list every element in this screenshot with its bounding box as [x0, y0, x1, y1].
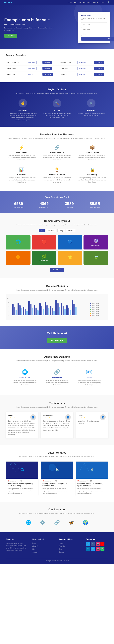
testimonial-author: Jignez — [8, 414, 15, 416]
social-icon[interactable]: in — [86, 547, 90, 551]
make-offer-button[interactable]: Make Offer — [77, 67, 88, 70]
buy-button[interactable]: View More — [42, 73, 53, 76]
testimonials-section: Testimonials Lorem ipsum dolor sit amet … — [0, 395, 114, 445]
buy-button[interactable]: Buy Now — [94, 67, 104, 70]
chart-bar — [41, 306, 42, 316]
sponsors-row: 🌐⚙️🔗🦋🌍 — [6, 518, 108, 527]
domain-card: 🌐 example.com Experienced consectetur lo… — [11, 366, 39, 389]
chart-bar — [72, 300, 73, 316]
make-offer-button[interactable]: Make Offer — [26, 61, 37, 64]
list-item: About Us — [59, 545, 82, 547]
domain-name: bestdomain.com — [6, 60, 25, 66]
make-offer-button[interactable]: Make Offer — [26, 67, 37, 70]
search-icon[interactable]: 🔍 — [107, 1, 110, 4]
social-icon[interactable]: 💬 — [100, 547, 104, 551]
sponsor-logo[interactable]: 🦋 — [66, 518, 76, 527]
gallery-item[interactable]: 🌿 Lorem ipsum — [32, 251, 56, 265]
feature-item: 🏆 Domain Authority Lorem ipsum off rey n… — [41, 166, 73, 184]
update-icons: 👁 ❤ 💬 — [17, 480, 22, 482]
firstname-field[interactable] — [81, 22, 107, 26]
chart-bar — [12, 304, 14, 316]
call-us-title: Call Us Now At — [4, 332, 110, 335]
gallery-item[interactable]: 🔶 — [6, 251, 31, 265]
update-card[interactable]: 🔬 📅 02-01-2021 👁 ❤ 💬 Written As-Bideing … — [75, 462, 108, 496]
nav-domains[interactable]: All Domains — [83, 2, 91, 3]
footer-link[interactable]: About Us — [59, 545, 65, 547]
send-button[interactable]: Send — [81, 37, 114, 40]
gallery-item[interactable]: 🔮 Lorem ipsum — [83, 235, 108, 250]
sponsor-icon: 🌐 — [26, 520, 31, 525]
social-icon[interactable]: f — [91, 542, 95, 546]
footer-link[interactable]: Contact — [33, 551, 37, 553]
hero-description: Lorem ipsum ut aliqua elit consequat iru… — [4, 27, 58, 32]
sponsor-logo[interactable]: ⚙️ — [38, 518, 48, 527]
sponsor-logo[interactable]: 🔗 — [52, 518, 62, 527]
sponsor-logo[interactable]: 🌍 — [80, 518, 90, 527]
sponsor-logo[interactable]: 🌐 — [24, 518, 34, 527]
make-offer-button[interactable]: Sold Out — [26, 73, 35, 76]
buy-button[interactable]: Buy Now — [94, 61, 104, 64]
option-desc: Lorem ipsum off rey naf turk wave over f… — [43, 112, 71, 119]
chart-bar — [25, 309, 26, 316]
footer-link[interactable]: Home — [59, 542, 63, 544]
stats-title: Total Domain We Sold — [6, 196, 108, 198]
filter-tab[interactable]: Blog — [57, 229, 65, 232]
gallery-item[interactable]: 🌐 — [6, 235, 31, 250]
update-card[interactable]: 📡 📅 02-01-2021 👁 ❤ 💬 Pumary Sports Air E… — [41, 462, 73, 496]
stat-label: Total Revenue — [90, 206, 100, 208]
footer-link[interactable]: Home — [33, 542, 36, 544]
gallery-item[interactable]: 🔴 — [32, 235, 56, 250]
update-card[interactable]: 🌐 📅 02-01-2021 👁 ❤ 💬 Do Tur Written As B… — [6, 462, 39, 496]
footer-social: Google iad 🐦f📷▶in🐦📸💬 — [86, 538, 108, 554]
nav-pages[interactable]: Pages — [93, 2, 98, 3]
chart-bar — [32, 308, 33, 316]
gallery-item[interactable]: 🍃 — [83, 251, 108, 265]
lastname-field[interactable] — [81, 27, 107, 31]
gallery-icon: 🌿 — [42, 254, 47, 259]
update-content: 📅 02-01-2021 👁 ❤ 💬 Written As-Bideing Do… — [76, 478, 108, 496]
gallery-item[interactable]: 💙 — [58, 235, 82, 250]
chart-bar — [14, 307, 15, 316]
footer-link[interactable]: Blog — [33, 548, 35, 550]
domain-name: bonsai.com — [58, 66, 76, 72]
buy-button[interactable]: Buy Now — [94, 73, 104, 76]
nav-contact[interactable]: Contact — [100, 2, 105, 3]
buy-button[interactable]: Buy Now — [42, 61, 52, 64]
offer-desc: You can make an offer for this domain no… — [81, 18, 107, 21]
domain-name: media.com — [6, 72, 25, 78]
make-offer-button[interactable]: Make Offer — [77, 73, 88, 76]
footer-link[interactable]: Blog — [59, 548, 62, 550]
gallery-item[interactable]: ⭐ — [58, 251, 82, 265]
buy-button[interactable]: Buy Now — [42, 67, 52, 70]
domain-statistics-section: Domain Statistics Lorem ipsum dolor sit … — [0, 278, 114, 326]
list-item: Home — [33, 542, 55, 544]
legend-dot — [90, 313, 91, 314]
filter-tab[interactable]: Business — [46, 229, 56, 232]
load-more-button[interactable]: Load More — [50, 268, 64, 272]
social-icon[interactable]: ▶ — [100, 542, 104, 546]
filter-tab[interactable]: All — [39, 229, 45, 232]
footer-link[interactable]: Contact — [59, 551, 64, 553]
nav-about[interactable]: About Us — [74, 2, 81, 3]
hero-title: Example.com is for sale — [4, 18, 58, 22]
logo: Domino. — [4, 1, 12, 4]
filter-tab[interactable]: Affiliate — [66, 229, 75, 232]
social-icon[interactable]: 📷 — [96, 542, 100, 546]
footer-link[interactable]: About Us — [33, 545, 38, 547]
email-field[interactable] — [81, 32, 107, 36]
legend-item: Lorem ipsum — [90, 315, 107, 316]
testimonial-rating: ★★★★★ — [8, 417, 15, 419]
sold-subtitle: Lorem ipsum dolor sit amet consectetur a… — [6, 224, 108, 226]
option-desc: Lorem ipsum off rey naf turk wave over f… — [9, 112, 37, 121]
learn-more-button[interactable]: Learn More — [4, 34, 17, 38]
social-icon[interactable]: 🐦 — [91, 547, 95, 551]
social-icon[interactable]: 🐦 — [86, 542, 90, 546]
nav-home[interactable]: Home — [68, 2, 72, 3]
chart-bar — [30, 304, 32, 316]
option-title: Buy Now — [77, 109, 105, 111]
gallery-label: Lorem ipsum — [91, 245, 100, 246]
copyright-text: Copyright © 2020 All Rights Reserved — [45, 560, 69, 562]
social-icon[interactable]: 📸 — [96, 547, 100, 551]
make-offer-button[interactable]: Make Offer — [77, 61, 88, 64]
phone-number[interactable]: + 1 800000 — [47, 338, 67, 343]
